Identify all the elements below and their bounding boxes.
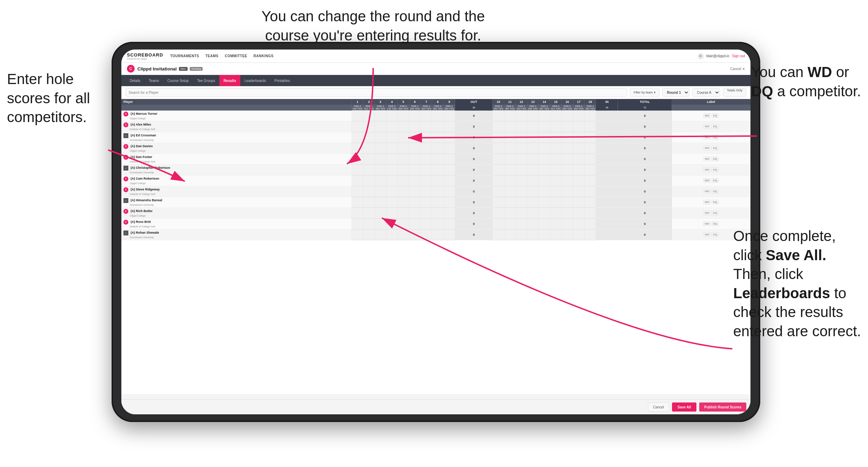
hole-14-score-player-2[interactable]	[538, 132, 550, 143]
hole-9-input-player-10[interactable]	[445, 222, 453, 225]
hole-12-score-player-7[interactable]	[516, 186, 527, 197]
hole-14-input-player-0[interactable]	[540, 114, 549, 117]
hole-1-input-player-1[interactable]	[353, 125, 362, 128]
hole-16-score-player-10[interactable]	[561, 218, 573, 229]
hole-17-input-player-5[interactable]	[575, 168, 583, 171]
hole-5-score-player-11[interactable]	[398, 229, 409, 240]
hole-12-score-player-5[interactable]	[516, 164, 527, 175]
hole-7-score-player-8[interactable]	[421, 197, 432, 208]
hole-12-input-player-2[interactable]	[517, 136, 526, 139]
hole-10-input-player-4[interactable]	[494, 157, 503, 160]
hole-9-score-player-2[interactable]	[444, 132, 455, 143]
hole-18-score-player-0[interactable]	[584, 111, 596, 121]
hole-7-score-player-0[interactable]	[421, 111, 432, 121]
hole-15-score-player-9[interactable]	[550, 208, 561, 218]
hole-8-input-player-0[interactable]	[433, 114, 442, 117]
hole-17-score-player-10[interactable]	[573, 218, 584, 229]
hole-18-input-player-6[interactable]	[586, 179, 594, 182]
hole-2-input-player-9[interactable]	[365, 211, 373, 214]
hole-6-score-player-10[interactable]	[409, 218, 421, 229]
hole-15-score-player-11[interactable]	[550, 229, 561, 240]
hole-17-input-player-0[interactable]	[575, 114, 583, 117]
hole-2-score-player-7[interactable]	[363, 186, 375, 197]
hole-1-score-player-5[interactable]	[352, 164, 363, 175]
hole-8-score-player-3[interactable]	[432, 143, 444, 153]
wd-button-player-1[interactable]: WD	[703, 124, 711, 129]
hole-2-input-player-0[interactable]	[365, 114, 373, 117]
hole-11-input-player-11[interactable]	[506, 233, 514, 236]
hole-12-input-player-9[interactable]	[517, 211, 526, 214]
hole-7-input-player-7[interactable]	[422, 190, 430, 193]
hole-15-input-player-7[interactable]	[552, 190, 560, 193]
hole-11-score-player-10[interactable]	[504, 218, 516, 229]
hole-16-input-player-4[interactable]	[563, 157, 572, 160]
hole-15-score-player-0[interactable]	[550, 111, 561, 121]
tab-leaderboards[interactable]: Leaderboards	[240, 75, 270, 86]
hole-12-input-player-3[interactable]	[517, 146, 526, 150]
hole-15-score-player-3[interactable]	[550, 143, 561, 153]
hole-11-input-player-2[interactable]	[506, 136, 514, 139]
hole-13-score-player-4[interactable]	[527, 153, 539, 164]
hole-15-input-player-6[interactable]	[552, 179, 560, 182]
hole-12-input-player-5[interactable]	[517, 168, 526, 171]
hole-12-score-player-2[interactable]	[516, 132, 527, 143]
hole-2-input-player-10[interactable]	[365, 222, 373, 225]
hole-13-input-player-7[interactable]	[529, 190, 537, 193]
hole-16-input-player-9[interactable]	[563, 211, 572, 214]
tab-tee-groups[interactable]: Tee Groups	[193, 75, 219, 86]
hole-4-input-player-3[interactable]	[388, 146, 396, 150]
hole-18-score-player-3[interactable]	[584, 143, 596, 153]
hole-11-score-player-2[interactable]	[504, 132, 516, 143]
hole-1-score-player-0[interactable]	[352, 111, 363, 121]
wd-button-player-11[interactable]: WD	[703, 232, 711, 237]
hole-10-input-player-6[interactable]	[494, 179, 503, 182]
hole-16-input-player-6[interactable]	[563, 179, 572, 182]
hole-2-input-player-8[interactable]	[365, 201, 373, 204]
hole-13-score-player-10[interactable]	[527, 218, 539, 229]
hole-8-score-player-7[interactable]	[432, 186, 444, 197]
hole-16-score-player-7[interactable]	[561, 186, 573, 197]
hole-6-input-player-7[interactable]	[411, 190, 419, 193]
dq-button-player-9[interactable]: DQ	[712, 211, 719, 215]
hole-11-input-player-3[interactable]	[506, 146, 514, 150]
hole-10-input-player-2[interactable]	[494, 136, 503, 139]
dq-button-player-10[interactable]: DQ	[712, 221, 719, 226]
hole-12-score-player-4[interactable]	[516, 153, 527, 164]
hole-1-score-player-8[interactable]	[352, 197, 363, 208]
hole-12-input-player-7[interactable]	[517, 190, 526, 193]
hole-1-input-player-7[interactable]	[353, 190, 362, 193]
hole-2-input-player-4[interactable]	[365, 157, 373, 160]
hole-4-input-player-1[interactable]	[388, 125, 396, 128]
hole-9-input-player-8[interactable]	[445, 201, 453, 204]
hole-7-score-player-11[interactable]	[421, 229, 432, 240]
hole-2-score-player-9[interactable]	[363, 208, 375, 218]
hole-9-score-player-0[interactable]	[444, 111, 455, 121]
hole-4-score-player-11[interactable]	[386, 229, 398, 240]
hole-4-input-player-8[interactable]	[388, 201, 396, 204]
hole-5-score-player-2[interactable]	[398, 132, 409, 143]
hole-17-score-player-2[interactable]	[573, 132, 584, 143]
hole-13-input-player-5[interactable]	[529, 168, 537, 171]
hole-2-score-player-1[interactable]	[363, 121, 375, 132]
hole-12-input-player-1[interactable]	[517, 125, 526, 128]
hole-7-input-player-1[interactable]	[422, 125, 430, 128]
hole-3-input-player-2[interactable]	[376, 136, 385, 139]
dq-button-player-1[interactable]: DQ	[712, 124, 719, 129]
hole-18-input-player-8[interactable]	[586, 201, 594, 204]
hole-7-score-player-7[interactable]	[421, 186, 432, 197]
hole-11-input-player-1[interactable]	[506, 125, 514, 128]
sign-out-link[interactable]: Sign out	[732, 54, 745, 58]
hole-16-input-player-3[interactable]	[563, 146, 572, 150]
hole-16-input-player-10[interactable]	[563, 222, 572, 225]
hole-17-score-player-5[interactable]	[573, 164, 584, 175]
hole-17-score-player-1[interactable]	[573, 121, 584, 132]
hole-3-input-player-7[interactable]	[376, 190, 385, 193]
hole-8-input-player-1[interactable]	[433, 125, 442, 128]
hole-7-score-player-10[interactable]	[421, 218, 432, 229]
hole-2-input-player-3[interactable]	[365, 146, 373, 150]
hole-9-input-player-6[interactable]	[445, 179, 453, 182]
hole-13-input-player-3[interactable]	[529, 146, 537, 150]
dq-button-player-0[interactable]: DQ	[712, 113, 719, 118]
hole-4-score-player-7[interactable]	[386, 186, 398, 197]
hole-9-score-player-6[interactable]	[444, 175, 455, 186]
